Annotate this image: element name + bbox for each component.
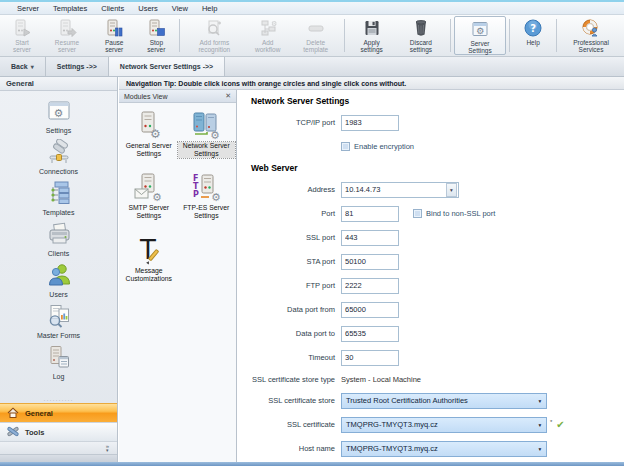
sidebar-item-label: Settings	[46, 127, 71, 134]
sidebar-splitter-grip[interactable]: ··········	[0, 396, 117, 403]
host-name-dropdown[interactable]: TMQPRG-TMYQT3.myq.cz ▾	[341, 441, 547, 457]
sidebar-general-label: General	[25, 409, 53, 418]
sidebar-item-label: Connections	[39, 168, 78, 175]
menu-view[interactable]: View	[165, 4, 195, 13]
tools-icon	[6, 425, 20, 440]
enable-encryption-checkbox[interactable]	[341, 142, 350, 151]
svg-text:⚙: ⚙	[152, 191, 162, 203]
server-settings-button[interactable]: ⚙ Server Settings	[454, 16, 506, 55]
address-dropdown-arrow-icon[interactable]: ▾	[446, 183, 457, 197]
back-caret-icon: ▾	[31, 63, 34, 70]
module-label: FTP-ES Server Settings	[178, 204, 236, 220]
toolbar-separator	[179, 19, 180, 52]
apply-settings-button[interactable]: Apply settings	[348, 16, 395, 55]
modules-grid: ⚙ General Server Settings ⚙ Network Serv…	[119, 103, 236, 290]
menu-users[interactable]: Users	[131, 4, 165, 13]
ssl-store-dropdown[interactable]: Trusted Root Certification Authorities ▾	[341, 393, 547, 409]
templates-icon	[46, 180, 72, 208]
pause-server-label: Pause server	[96, 39, 132, 54]
ssl-certificate-row: SSL certificate TMQPRG-TMYQT3.myq.cz ▾ *…	[238, 416, 624, 433]
main-area: General ⚙ Settings Connections Templates	[0, 77, 624, 462]
module-network-server-settings[interactable]: ⚙ Network Server Settings	[178, 110, 236, 158]
bind-non-ssl-checkbox[interactable]	[413, 209, 422, 218]
back-button[interactable]: Back ▾	[0, 57, 46, 76]
sidebar-item-settings[interactable]: ⚙ Settings	[0, 96, 117, 137]
svg-text:⚙: ⚙	[211, 191, 221, 202]
sidebar-item-log[interactable]: Log	[0, 342, 117, 383]
timeout-label: Timeout	[238, 353, 335, 362]
server-settings-label: Server Settings	[459, 40, 501, 55]
module-smtp-server-settings[interactable]: ⚙ SMTP Server Settings	[120, 172, 178, 220]
sidebar-item-label: Users	[49, 291, 67, 298]
discard-settings-button[interactable]: Discard settings	[395, 16, 447, 55]
sidebar-item-templates[interactable]: Templates	[0, 178, 117, 219]
address-value: 10.14.4.73	[342, 185, 446, 194]
ssl-store-type-value: System - Local Machine	[341, 375, 421, 384]
timeout-input[interactable]	[341, 350, 399, 366]
help-label: Help	[526, 39, 539, 46]
add-forms-recognition-label: Add forms recognition	[187, 39, 241, 54]
sidebar-item-master-forms[interactable]: Master Forms	[0, 301, 117, 342]
port-input[interactable]	[341, 206, 399, 222]
add-workflow-button[interactable]: ⚙ Add workflow	[245, 16, 290, 55]
stop-server-icon	[146, 18, 166, 38]
help-button[interactable]: ? Help	[513, 16, 553, 55]
expander-chevron-icon[interactable]: » ▾	[106, 443, 109, 453]
section-title-network-server-settings: Network Server Settings	[251, 96, 624, 106]
stop-server-button[interactable]: Stop server	[136, 16, 176, 55]
svg-text:⚙: ⚙	[271, 20, 277, 28]
modules-view-header: Modules View ✕	[119, 90, 236, 103]
general-server-settings-icon: ⚙	[132, 110, 166, 142]
delete-template-button[interactable]: Delete template	[290, 16, 341, 55]
module-general-server-settings[interactable]: ⚙ General Server Settings	[120, 110, 178, 158]
breadcrumb-current[interactable]: Network Server Settings ->>	[109, 57, 225, 76]
close-icon[interactable]: ✕	[225, 92, 231, 100]
navigation-tip-text: Navigation Tip: Double click icons with …	[126, 80, 406, 87]
svg-text:⚙: ⚙	[53, 107, 63, 120]
resume-server-button[interactable]: Resume server	[42, 16, 92, 55]
ftp-port-input[interactable]	[341, 278, 399, 294]
sidebar-item-users[interactable]: Users	[0, 260, 117, 301]
sta-port-input[interactable]	[341, 254, 399, 270]
sidebar-tools-button[interactable]: Tools	[0, 422, 117, 441]
professional-services-button[interactable]: Professional Services	[560, 16, 622, 55]
data-port-to-input[interactable]	[341, 326, 399, 342]
toolbar-separator	[556, 19, 557, 52]
breadcrumb-settings[interactable]: Settings ->>	[46, 57, 109, 76]
start-server-button[interactable]: Start server	[2, 16, 42, 55]
data-port-from-label: Data port from	[238, 305, 335, 314]
add-forms-recognition-button[interactable]: Add forms recognition	[183, 16, 245, 55]
menu-server[interactable]: Server	[10, 4, 46, 13]
sidebar-item-clients[interactable]: Clients	[0, 219, 117, 260]
tcp-ip-port-input[interactable]	[341, 115, 399, 131]
ssl-certificate-dropdown[interactable]: TMQPRG-TMYQT3.myq.cz ▾	[341, 417, 547, 433]
address-row: Address 10.14.4.73 ▾	[238, 181, 624, 198]
sidebar: General ⚙ Settings Connections Templates	[0, 77, 118, 462]
ftp-port-label: FTP port	[238, 281, 335, 290]
ssl-store-type-label: SSL certificate store type	[238, 375, 335, 384]
data-port-from-input[interactable]	[341, 302, 399, 318]
module-label: General Server Settings	[120, 142, 178, 158]
ssl-port-input[interactable]	[341, 230, 399, 246]
sidebar-general-button[interactable]: General	[0, 403, 117, 422]
svg-text:T: T	[139, 235, 156, 265]
svg-text:?: ?	[530, 23, 536, 34]
menu-clients[interactable]: Clients	[94, 4, 131, 13]
svg-text:⚙: ⚙	[210, 129, 220, 140]
module-message-customizations[interactable]: T Message Customizations	[120, 235, 178, 283]
start-server-icon	[12, 18, 32, 38]
bind-non-ssl-label: Bind to non-SSL port	[426, 209, 495, 218]
address-label: Address	[238, 185, 335, 194]
modules-view-title: Modules View	[124, 93, 225, 100]
menu-templates[interactable]: Templates	[46, 4, 94, 13]
ssl-certificate-label: SSL certificate	[238, 420, 335, 429]
home-icon	[6, 406, 20, 421]
module-ftp-es-server-settings[interactable]: FTP⚙ FTP-ES Server Settings	[178, 172, 236, 220]
pause-server-button[interactable]: Pause server	[92, 16, 136, 55]
address-combobox[interactable]: 10.14.4.73 ▾	[341, 182, 459, 198]
menu-help[interactable]: Help	[195, 4, 224, 13]
resume-server-label: Resume server	[46, 39, 88, 54]
ssl-port-label: SSL port	[238, 233, 335, 242]
svg-text:⚙: ⚙	[476, 26, 484, 36]
sidebar-item-connections[interactable]: Connections	[0, 137, 117, 178]
